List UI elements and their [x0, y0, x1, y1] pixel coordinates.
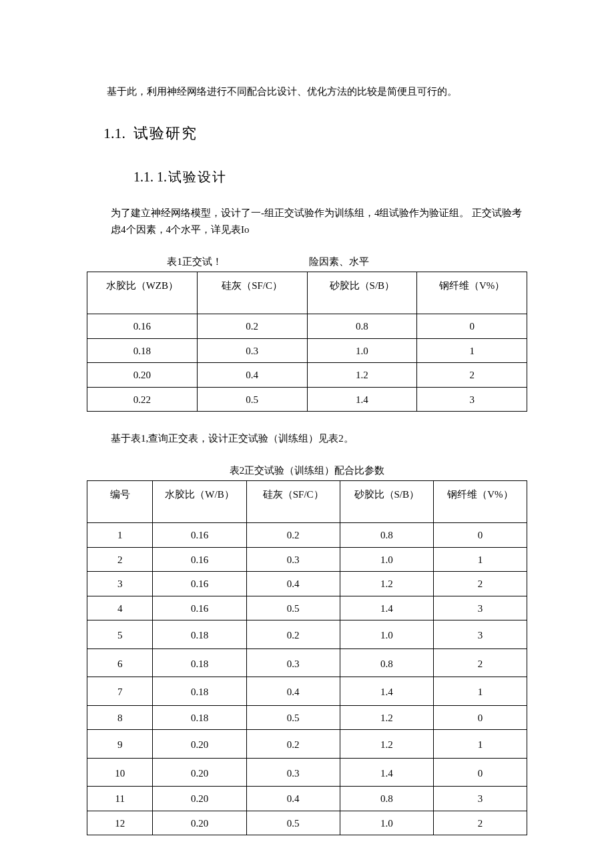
table2-cell: 2	[433, 572, 527, 596]
table2-cell: 0	[433, 705, 527, 730]
table2-cell: 7	[87, 677, 153, 706]
table2-header-cell: 钢纤维（V%）	[433, 481, 527, 523]
table2-cell: 10	[87, 758, 153, 787]
table-row: 7 0.18 0.4 1.4 1	[87, 677, 527, 706]
table2-cell: 9	[87, 730, 153, 759]
table-row: 0.22 0.5 1.4 3	[87, 387, 527, 412]
table1-cell: 0.22	[87, 387, 198, 412]
table2-cell: 5	[87, 620, 153, 649]
table2-cell: 0.20	[153, 811, 246, 835]
table2-header-row: 编号 水胶比（W/B） 硅灰（SF/C） 砂胶比（S/B） 钢纤维（V%）	[87, 481, 527, 523]
table-row: 9 0.20 0.2 1.2 1	[87, 730, 527, 759]
table2-cell: 0.18	[153, 648, 246, 677]
table2-cell: 0.3	[246, 758, 340, 787]
table1-cell: 0.2	[197, 314, 307, 339]
table2-cell: 0.3	[246, 547, 340, 572]
intro-paragraph: 基于此，利用神经网络进行不同配合比设计、优化方法的比较是简便且可行的。	[87, 83, 527, 101]
table1-cell: 0.16	[87, 314, 198, 339]
table2-cell: 1	[433, 677, 527, 706]
table2-cell: 0.16	[153, 572, 246, 596]
table2-header-cell: 硅灰（SF/C）	[246, 481, 340, 523]
table-row: 6 0.18 0.3 0.8 2	[87, 648, 527, 677]
table2-cell: 0.8	[340, 787, 433, 811]
table-row: 10 0.20 0.3 1.4 0	[87, 758, 527, 787]
table2-cell: 3	[433, 787, 527, 811]
table1-body: 0.16 0.2 0.8 0 0.18 0.3 1.0 1 0.20 0.4 1…	[87, 314, 527, 412]
table2-cell: 0.18	[153, 705, 246, 730]
table2-cell: 1.0	[340, 811, 433, 835]
table2-cell: 3	[433, 596, 527, 620]
table-row: 1 0.16 0.2 0.8 0	[87, 523, 527, 548]
table-row: 0.16 0.2 0.8 0	[87, 314, 527, 339]
table2: 编号 水胶比（W/B） 硅灰（SF/C） 砂胶比（S/B） 钢纤维（V%） 1 …	[87, 480, 527, 835]
table-row: 5 0.18 0.2 1.0 3	[87, 620, 527, 649]
section-heading-text: 试验研究	[133, 125, 198, 141]
table2-cell: 0.5	[246, 596, 340, 620]
table2-cell: 1.0	[340, 620, 433, 649]
table2-cell: 0.4	[246, 787, 340, 811]
table2-cell: 8	[87, 705, 153, 730]
table2-cell: 1	[433, 730, 527, 759]
table1-header-cell: 硅灰（SF/C）	[197, 272, 307, 314]
table2-cell: 0	[433, 523, 527, 548]
table2-cell: 0.4	[246, 677, 340, 706]
table2-cell: 1.4	[340, 596, 433, 620]
table2-caption: 表2正交试验（训练组）配合比参数	[87, 462, 527, 480]
table2-cell: 11	[87, 787, 153, 811]
table2-cell: 1	[433, 547, 527, 572]
table2-cell: 0.16	[153, 596, 246, 620]
table2-cell: 1.2	[340, 705, 433, 730]
table1-cell: 3	[417, 387, 527, 412]
table1-caption-right: 险因素、水平	[302, 254, 527, 271]
table2-cell: 0.16	[153, 547, 246, 572]
design-paragraph: 为了建立神经网络模型，设计了一-组正交试验作为训练组，4组试验作为验证组。 正交…	[111, 205, 527, 239]
section-heading-number: 1.1.	[103, 125, 125, 141]
table1-header-row: 水胶比（WZB） 硅灰（SF/C） 砂胶比（S/B） 钢纤维（V%）	[87, 272, 527, 314]
table2-cell: 2	[87, 547, 153, 572]
table1-header-cell: 钢纤维（V%）	[417, 272, 527, 314]
table2-header-cell: 水胶比（W/B）	[153, 481, 246, 523]
subsection-heading: 1.1. 1.试验设计	[133, 165, 527, 188]
subsection-heading-number: 1.1. 1.	[133, 169, 167, 184]
table-row: 0.20 0.4 1.2 2	[87, 363, 527, 388]
table1-cell: 1.4	[307, 387, 417, 412]
table1-cell: 0.4	[197, 363, 307, 388]
table1-cell: 0.8	[307, 314, 417, 339]
section-heading: 1.1.试验研究	[103, 121, 527, 145]
table2-cell: 1.4	[340, 677, 433, 706]
table2-cell: 0.5	[246, 811, 340, 835]
table2-body: 1 0.16 0.2 0.8 0 2 0.16 0.3 1.0 1 3 0.16…	[87, 523, 527, 835]
subsection-heading-text: 试验设计	[168, 169, 227, 184]
table2-cell: 0.3	[246, 648, 340, 677]
table2-cell: 0.2	[246, 730, 340, 759]
table1-caption-left: 表1正交试！	[87, 254, 302, 271]
table1-cell: 0.3	[197, 338, 307, 363]
table2-cell: 3	[433, 620, 527, 649]
table1: 水胶比（WZB） 硅灰（SF/C） 砂胶比（S/B） 钢纤维（V%） 0.16 …	[87, 272, 527, 412]
table2-cell: 0.8	[340, 648, 433, 677]
table2-cell: 2	[433, 811, 527, 835]
table-row: 4 0.16 0.5 1.4 3	[87, 596, 527, 620]
table2-cell: 0	[433, 758, 527, 787]
table-row: 3 0.16 0.4 1.2 2	[87, 572, 527, 596]
table1-header-cell: 砂胶比（S/B）	[307, 272, 417, 314]
table2-cell: 2	[433, 648, 527, 677]
table2-cell: 0.5	[246, 705, 340, 730]
table2-cell: 0.20	[153, 787, 246, 811]
table1-cell: 0	[417, 314, 527, 339]
table1-cell: 1	[417, 338, 527, 363]
table2-cell: 1.2	[340, 730, 433, 759]
table-row: 11 0.20 0.4 0.8 3	[87, 787, 527, 811]
table-row: 12 0.20 0.5 1.0 2	[87, 811, 527, 835]
table1-cell: 0.18	[87, 338, 198, 363]
table2-cell: 0.2	[246, 523, 340, 548]
table2-cell: 0.2	[246, 620, 340, 649]
table2-cell: 0.8	[340, 523, 433, 548]
table-row: 0.18 0.3 1.0 1	[87, 338, 527, 363]
table2-cell: 0.20	[153, 758, 246, 787]
table1-cell: 1.2	[307, 363, 417, 388]
table2-header-cell: 编号	[87, 481, 153, 523]
table2-cell: 1.4	[340, 758, 433, 787]
table2-cell: 0.18	[153, 677, 246, 706]
table1-cell: 0.20	[87, 363, 198, 388]
